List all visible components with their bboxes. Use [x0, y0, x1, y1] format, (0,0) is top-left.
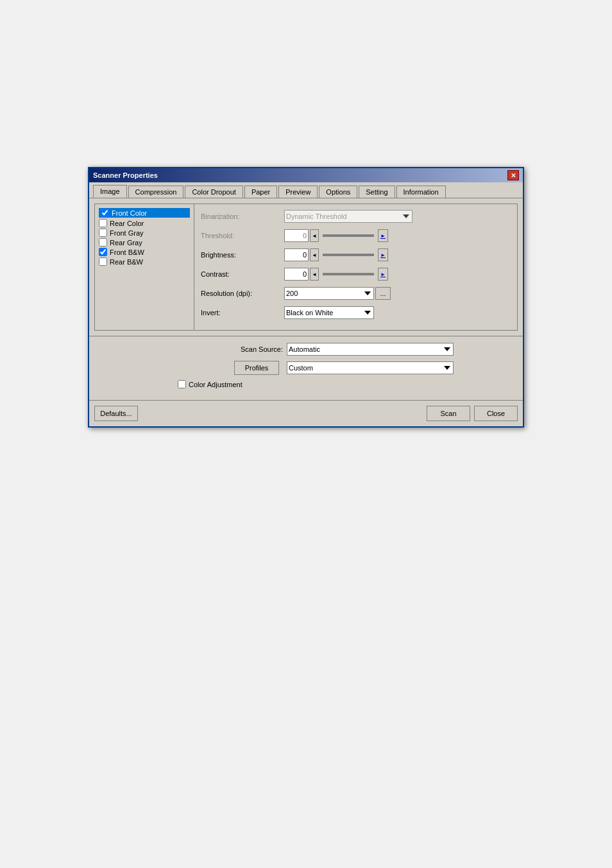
rear-color-checkbox[interactable] — [99, 219, 107, 227]
brightness-slider[interactable] — [323, 254, 374, 256]
contrast-label: Contrast: — [201, 270, 284, 278]
title-bar: Scanner Properties ✕ — [89, 168, 523, 182]
front-gray-label: Front Gray — [110, 229, 144, 237]
threshold-spin-left[interactable]: ◄ — [310, 229, 319, 242]
contrast-slider[interactable] — [323, 273, 374, 275]
window-title: Scanner Properties — [93, 171, 158, 179]
resolution-input-group: 200 ... — [284, 287, 391, 300]
resolution-row: Resolution (dpi): 200 ... — [201, 286, 511, 300]
threshold-input[interactable] — [284, 229, 309, 242]
resolution-select[interactable]: 200 — [284, 287, 374, 300]
rear-bw-checkbox[interactable] — [99, 257, 107, 266]
resolution-label: Resolution (dpi): — [201, 290, 284, 297]
settings-panel: Binarization: Dynamic Threshold Threshol… — [194, 204, 517, 330]
main-panel: Front Color Rear Color Front Gray Rear G… — [94, 204, 518, 331]
binarization-input-group: Dynamic Threshold — [284, 210, 412, 223]
contrast-input-group: ◄ ► — [284, 268, 388, 281]
scan-source-row: Scan Source: Automatic — [94, 343, 518, 356]
profiles-button[interactable]: Profiles — [234, 361, 279, 375]
binarization-row: Binarization: Dynamic Threshold — [201, 209, 511, 223]
color-adjustment-label: Color Adjustment — [189, 381, 242, 388]
tab-paper[interactable]: Paper — [244, 186, 277, 198]
profiles-select[interactable]: Custom — [287, 361, 454, 374]
tab-image[interactable]: Image — [93, 185, 127, 198]
front-color-checkbox[interactable] — [101, 209, 109, 217]
scanner-properties-window: Scanner Properties ✕ Image Compression C… — [88, 167, 524, 428]
color-adjustment-checkbox[interactable] — [178, 380, 186, 388]
contrast-row: Contrast: ◄ ► — [201, 267, 511, 281]
contrast-input[interactable] — [284, 268, 309, 281]
defaults-button[interactable]: Defaults... — [94, 406, 138, 421]
rear-gray-label: Rear Gray — [110, 239, 142, 247]
image-type-panel: Front Color Rear Color Front Gray Rear G… — [95, 204, 194, 330]
brightness-arrow[interactable]: ► — [378, 248, 388, 261]
threshold-label: Threshold: — [201, 232, 284, 239]
tab-color-dropout[interactable]: Color Dropout — [185, 186, 242, 198]
color-adjustment-row: Color Adjustment — [178, 380, 518, 388]
footer-area: Defaults... Scan Close — [89, 400, 523, 426]
tab-compression[interactable]: Compression — [128, 186, 184, 198]
threshold-slider[interactable] — [323, 234, 374, 237]
tab-information[interactable]: Information — [396, 186, 446, 198]
brightness-input[interactable] — [284, 248, 309, 261]
binarization-select[interactable]: Dynamic Threshold — [284, 210, 412, 223]
rear-gray-item[interactable]: Rear Gray — [99, 238, 190, 247]
resolution-ellipsis-button[interactable]: ... — [375, 287, 391, 300]
front-bw-label: Front B&W — [110, 248, 144, 256]
threshold-arrow[interactable]: ► — [378, 229, 388, 242]
tab-options[interactable]: Options — [319, 186, 357, 198]
front-color-label: Front Color — [112, 209, 147, 217]
scan-button[interactable]: Scan — [427, 406, 470, 421]
tab-bar: Image Compression Color Dropout Paper Pr… — [89, 182, 523, 198]
front-color-item[interactable]: Front Color — [99, 208, 190, 218]
invert-row: Invert: Black on White — [201, 306, 511, 320]
content-area: Front Color Rear Color Front Gray Rear G… — [89, 198, 523, 336]
brightness-input-group: ◄ ► — [284, 248, 388, 261]
rear-bw-label: Rear B&W — [110, 258, 143, 266]
invert-select[interactable]: Black on White — [284, 306, 374, 319]
bottom-area: Scan Source: Automatic Profiles Custom C… — [89, 336, 523, 400]
front-gray-item[interactable]: Front Gray — [99, 229, 190, 237]
binarization-label: Binarization: — [201, 213, 284, 220]
front-bw-checkbox[interactable] — [99, 248, 107, 256]
close-window-button[interactable]: ✕ — [507, 170, 519, 180]
front-gray-checkbox[interactable] — [99, 229, 107, 237]
rear-color-label: Rear Color — [110, 220, 144, 227]
rear-bw-item[interactable]: Rear B&W — [99, 257, 190, 266]
footer-right: Scan Close — [427, 406, 518, 421]
profiles-row: Profiles Custom — [94, 361, 518, 375]
close-button[interactable]: Close — [474, 406, 518, 421]
front-bw-item[interactable]: Front B&W — [99, 248, 190, 256]
threshold-input-group: ◄ ► — [284, 229, 388, 242]
contrast-spin-left[interactable]: ◄ — [310, 268, 319, 281]
invert-input-group: Black on White — [284, 306, 374, 319]
invert-label: Invert: — [201, 309, 284, 317]
scan-source-select[interactable]: Automatic — [287, 343, 454, 356]
tab-setting[interactable]: Setting — [359, 186, 395, 198]
rear-gray-checkbox[interactable] — [99, 238, 107, 247]
scan-source-label: Scan Source: — [158, 345, 287, 353]
brightness-spin-left[interactable]: ◄ — [310, 248, 319, 261]
rear-color-item[interactable]: Rear Color — [99, 219, 190, 227]
threshold-row: Threshold: ◄ ► — [201, 229, 511, 243]
tab-preview[interactable]: Preview — [278, 186, 318, 198]
brightness-label: Brightness: — [201, 251, 284, 259]
contrast-arrow[interactable]: ► — [378, 268, 388, 281]
brightness-row: Brightness: ◄ ► — [201, 248, 511, 262]
